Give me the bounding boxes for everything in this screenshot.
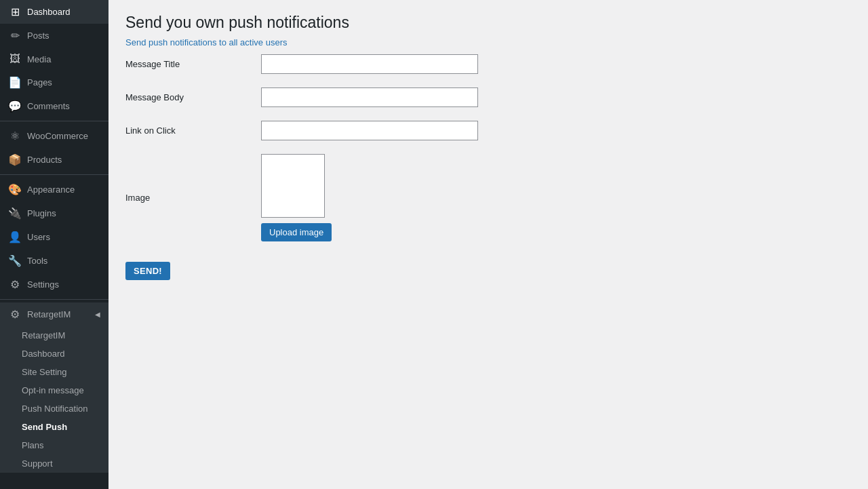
sidebar-item-label: Dashboard bbox=[27, 7, 71, 17]
sidebar-item-tools[interactable]: 🔧 Tools bbox=[0, 249, 108, 273]
sidebar-item-label: WooCommerce bbox=[27, 131, 88, 141]
sidebar: ⊞ Dashboard ✏ Posts 🖼 Media 📄 Pages 💬 Co… bbox=[0, 0, 108, 489]
submenu-support[interactable]: Support bbox=[0, 454, 108, 473]
send-button-container: SEND! bbox=[125, 255, 851, 280]
submenu-push-notification[interactable]: Push Notification bbox=[0, 399, 108, 418]
users-icon: 👤 bbox=[8, 231, 22, 243]
sidebar-item-label: Posts bbox=[27, 31, 50, 41]
sidebar-item-comments[interactable]: 💬 Comments bbox=[0, 94, 108, 118]
sidebar-item-users[interactable]: 👤 Users bbox=[0, 225, 108, 249]
settings-icon: ⚙ bbox=[8, 278, 22, 291]
sidebar-item-label: Pages bbox=[27, 77, 52, 87]
link-on-click-row: Link on Click bbox=[125, 114, 851, 147]
submenu-retargetim[interactable]: RetargetIM bbox=[0, 326, 108, 345]
sidebar-item-products[interactable]: 📦 Products bbox=[0, 148, 108, 172]
message-body-row: Message Body bbox=[125, 81, 851, 114]
tools-icon: 🔧 bbox=[8, 254, 22, 267]
dashboard-icon: ⊞ bbox=[8, 5, 22, 18]
plugins-icon: 🔌 bbox=[8, 207, 22, 220]
sidebar-retargetim-header[interactable]: ⚙ RetargetIM ◀ bbox=[0, 302, 108, 326]
sidebar-item-posts[interactable]: ✏ Posts bbox=[0, 24, 108, 47]
sidebar-item-label: Media bbox=[27, 54, 51, 64]
image-label: Image bbox=[125, 193, 150, 203]
message-title-row: Message Title bbox=[125, 47, 851, 81]
page-subtitle[interactable]: Send push notifications to all active us… bbox=[125, 37, 287, 47]
chevron-icon: ◀ bbox=[95, 311, 100, 318]
sidebar-item-label: Users bbox=[27, 232, 50, 242]
send-button[interactable]: SEND! bbox=[125, 262, 170, 280]
retargetim-label: RetargetIM bbox=[27, 309, 71, 319]
retargetim-submenu: RetargetIM Dashboard Site Setting Opt-in… bbox=[0, 326, 108, 473]
retargetim-icon: ⚙ bbox=[8, 308, 22, 321]
image-row: Image Upload image bbox=[125, 147, 851, 248]
message-body-label: Message Body bbox=[125, 92, 184, 102]
products-icon: 📦 bbox=[8, 153, 22, 166]
sidebar-item-plugins[interactable]: 🔌 Plugins bbox=[0, 201, 108, 225]
sidebar-item-dashboard[interactable]: ⊞ Dashboard bbox=[0, 0, 108, 24]
submenu-plans[interactable]: Plans bbox=[0, 436, 108, 454]
link-on-click-label: Link on Click bbox=[125, 125, 176, 136]
sidebar-item-label: Comments bbox=[27, 101, 70, 111]
sidebar-item-label: Tools bbox=[27, 256, 47, 266]
sidebar-item-label: Appearance bbox=[27, 184, 75, 195]
main-content: Send you own push notifications Send pus… bbox=[108, 0, 868, 489]
message-title-input[interactable] bbox=[261, 54, 478, 74]
posts-icon: ✏ bbox=[8, 29, 22, 42]
comments-icon: 💬 bbox=[8, 100, 22, 113]
appearance-icon: 🎨 bbox=[8, 183, 22, 196]
image-preview bbox=[261, 154, 325, 218]
push-notification-form: Message Title Message Body Link on Click bbox=[125, 47, 851, 248]
sidebar-item-media[interactable]: 🖼 Media bbox=[0, 47, 108, 71]
sidebar-item-pages[interactable]: 📄 Pages bbox=[0, 71, 108, 94]
message-body-input[interactable] bbox=[261, 87, 478, 107]
sidebar-item-label: Settings bbox=[27, 279, 59, 290]
sidebar-item-woocommerce[interactable]: ⚛ WooCommerce bbox=[0, 124, 108, 148]
message-title-label: Message Title bbox=[125, 59, 180, 69]
woocommerce-icon: ⚛ bbox=[8, 130, 22, 142]
sidebar-item-label: Products bbox=[27, 155, 62, 165]
sidebar-item-appearance[interactable]: 🎨 Appearance bbox=[0, 178, 108, 201]
submenu-opt-in-message[interactable]: Opt-in message bbox=[0, 381, 108, 399]
page-title: Send you own push notifications bbox=[125, 14, 851, 32]
submenu-dashboard[interactable]: Dashboard bbox=[0, 345, 108, 363]
link-on-click-input[interactable] bbox=[261, 121, 478, 140]
media-icon: 🖼 bbox=[8, 53, 22, 65]
submenu-site-setting[interactable]: Site Setting bbox=[0, 363, 108, 381]
sidebar-item-settings[interactable]: ⚙ Settings bbox=[0, 273, 108, 296]
upload-image-button[interactable]: Upload image bbox=[261, 223, 332, 241]
pages-icon: 📄 bbox=[8, 76, 22, 89]
sidebar-item-label: Plugins bbox=[27, 208, 56, 218]
submenu-send-push[interactable]: Send Push bbox=[0, 418, 108, 436]
